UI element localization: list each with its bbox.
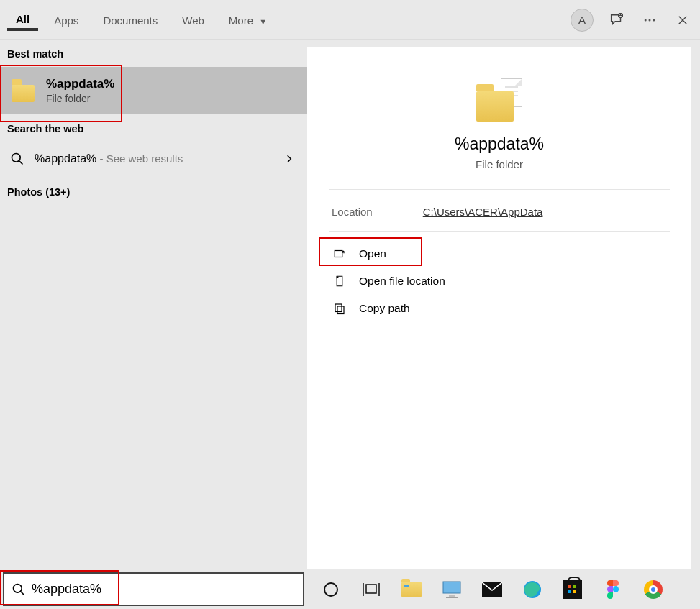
- close-icon[interactable]: [673, 10, 693, 30]
- svg-point-2: [645, 19, 647, 21]
- folder-large-icon: [476, 78, 522, 122]
- svg-rect-11: [366, 585, 376, 593]
- action-open[interactable]: Open: [329, 240, 670, 267]
- microsoft-store-icon[interactable]: [562, 579, 583, 600]
- photos-heading[interactable]: Photos (13+): [0, 176, 307, 208]
- chevron-right-icon: [284, 154, 294, 164]
- svg-point-9: [14, 584, 22, 592]
- tab-all[interactable]: All: [7, 9, 38, 31]
- search-input-value: %appdata%: [32, 582, 101, 597]
- open-location-icon: [333, 275, 346, 288]
- svg-point-5: [12, 154, 21, 162]
- taskbar: %appdata%: [0, 569, 700, 609]
- svg-rect-14: [446, 597, 458, 598]
- mail-icon[interactable]: [481, 579, 503, 600]
- location-link[interactable]: C:\Users\ACER\AppData: [423, 206, 543, 218]
- svg-point-3: [649, 19, 651, 21]
- best-match-text: %appdata% File folder: [46, 77, 114, 104]
- best-match-result[interactable]: %appdata% File folder: [0, 67, 307, 114]
- preview-actions: Open Open file location Copy path: [329, 232, 670, 322]
- svg-rect-12: [443, 582, 460, 593]
- edge-icon[interactable]: [522, 579, 543, 600]
- svg-point-4: [653, 19, 655, 21]
- avatar-letter: A: [578, 14, 586, 26]
- search-icon: [12, 582, 26, 597]
- tab-more-label: More: [229, 14, 253, 27]
- search-icon: [10, 152, 24, 166]
- svg-rect-13: [449, 595, 455, 597]
- search-body: Best match %appdata% File folder Search …: [0, 40, 700, 569]
- tab-web[interactable]: Web: [173, 10, 213, 29]
- more-options-icon[interactable]: [640, 10, 660, 30]
- web-result-row[interactable]: %appdata% - See web results: [0, 142, 307, 176]
- location-label: Location: [332, 206, 373, 218]
- search-web-heading: Search the web: [0, 114, 307, 142]
- web-result-term: %appdata%: [35, 152, 96, 165]
- svg-rect-8: [337, 306, 344, 314]
- preview-card: %appdata% File folder Location C:\Users\…: [307, 47, 691, 569]
- action-copy-path-label: Copy path: [359, 302, 410, 315]
- action-copy-path[interactable]: Copy path: [329, 295, 670, 322]
- svg-rect-7: [335, 304, 342, 312]
- action-open-file-location[interactable]: Open file location: [329, 267, 670, 295]
- open-icon: [333, 247, 346, 260]
- taskbar-search-wrap: %appdata%: [0, 569, 307, 609]
- svg-rect-6: [335, 251, 342, 257]
- location-row: Location C:\Users\ACER\AppData: [329, 190, 670, 231]
- svg-point-10: [324, 583, 337, 596]
- user-avatar[interactable]: A: [571, 9, 594, 32]
- preview-pane: %appdata% File folder Location C:\Users\…: [307, 40, 700, 569]
- chevron-down-icon: ▼: [259, 17, 267, 26]
- monitor-app-icon[interactable]: [441, 579, 463, 600]
- header-right-controls: A: [571, 0, 697, 40]
- tab-more[interactable]: More ▼: [220, 10, 276, 29]
- best-match-heading: Best match: [0, 40, 307, 67]
- figma-icon[interactable]: [602, 579, 624, 600]
- results-pane: Best match %appdata% File folder Search …: [0, 40, 307, 569]
- copy-icon: [333, 302, 346, 315]
- taskbar-icons: [307, 579, 664, 600]
- task-view-icon[interactable]: [360, 579, 382, 600]
- best-match-title: %appdata%: [46, 77, 114, 91]
- cortana-icon[interactable]: [320, 579, 342, 600]
- taskbar-search-box[interactable]: %appdata%: [3, 572, 304, 606]
- best-match-subtitle: File folder: [46, 93, 114, 104]
- tab-documents[interactable]: Documents: [94, 10, 166, 29]
- feedback-icon[interactable]: [606, 10, 627, 30]
- search-header: All Apps Documents Web More ▼ A: [0, 0, 700, 40]
- action-open-label: Open: [359, 247, 386, 260]
- file-explorer-icon[interactable]: [401, 579, 422, 600]
- web-result-hint: - See web results: [96, 152, 183, 165]
- preview-title: %appdata%: [329, 134, 670, 154]
- tab-apps[interactable]: Apps: [45, 10, 87, 29]
- preview-subtitle: File folder: [329, 158, 670, 189]
- folder-icon: [12, 79, 35, 102]
- action-open-location-label: Open file location: [359, 275, 445, 288]
- chrome-icon[interactable]: [642, 579, 664, 600]
